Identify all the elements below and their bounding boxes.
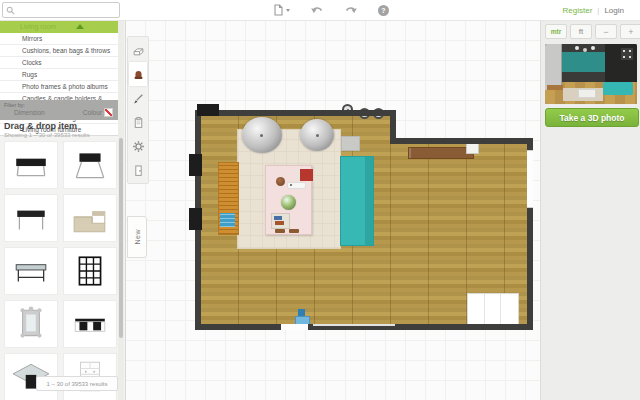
window-left-1[interactable] [189,154,202,176]
editor-tool-strip [127,36,149,184]
wall-top-left[interactable] [195,110,396,116]
new-document-button[interactable] [272,2,290,18]
product-thumb-storage-bench[interactable] [63,300,117,348]
product-grid [2,141,120,400]
gear-icon [132,140,145,153]
no-colour-swatch-icon [104,108,113,117]
preview-bench [547,85,563,90]
search-box[interactable] [2,2,120,18]
globe[interactable] [281,195,296,210]
filter-bar: Filter by: Dimension Colour [0,100,118,120]
door-icon [132,164,145,177]
preview-pendant-light [583,48,587,52]
books-stack[interactable] [271,213,290,229]
unit-imperial-button[interactable]: ft [570,24,592,39]
sideboard[interactable] [408,147,474,159]
undo-icon [310,5,324,15]
bowl[interactable] [276,177,285,186]
product-thumb-coffee-table-black[interactable] [4,141,58,189]
gray-cabinet[interactable] [341,136,360,151]
zoom-in-button[interactable]: + [620,24,640,39]
window-left-2[interactable] [189,208,202,230]
login-link[interactable]: Login [604,6,624,15]
preview-teal-sofa [603,82,633,95]
chevron-down-icon [286,9,290,12]
category-item-rugs[interactable]: Rugs [0,68,118,80]
product-thumb-console-table-black[interactable] [4,194,58,242]
preview-coffee-table [578,89,596,98]
blue-towel[interactable] [220,213,235,227]
stool[interactable] [275,229,285,233]
wall-top-right[interactable] [390,138,533,144]
filter-dimension[interactable]: Dimension [14,109,45,116]
window-right[interactable] [527,150,533,208]
auth-separator: | [597,6,599,15]
sidebar-scrollbar-thumb[interactable] [119,138,123,338]
chevron-up-icon [76,24,84,29]
category-dropdown-label: Living room [20,23,56,30]
product-thumb-glass-coffee-table[interactable] [4,247,58,295]
undo-button[interactable] [310,2,324,18]
furniture-tool-button[interactable] [129,62,147,86]
zoom-out-button[interactable]: − [595,24,617,39]
filter-colour[interactable]: Colour [83,108,113,117]
unit-metric-button[interactable]: mtr [545,24,567,39]
product-thumb-corner-sofa-beige[interactable] [63,194,117,242]
unit-toggle-group: mtr ft − + [545,24,640,39]
filter-colour-label: Colour [83,109,102,116]
drag-drop-heading: Drag & drop item [4,121,77,131]
right-panel: mtr ft − + Take a 3D photo [540,20,640,400]
search-icon [6,6,15,15]
preview-pendant-light [591,46,595,50]
door-bottom[interactable] [281,324,308,330]
pager-label: 1 – 30 of 39533 results [46,381,107,387]
preview-teal-wall [561,52,605,72]
pendant-lamp[interactable] [242,117,282,153]
new-room-tab[interactable]: New [127,216,147,258]
product-sidebar: Living room Mirrors Cushions, bean bags … [0,20,126,400]
white-table[interactable] [467,293,519,325]
redo-button[interactable] [344,2,358,18]
new-room-tab-label: New [134,229,141,245]
register-link[interactable]: Register [563,6,593,15]
door-tool-button[interactable] [129,158,147,182]
sofa-sketch-icon [132,44,145,57]
window-bottom[interactable] [313,324,395,326]
clipboard-icon [132,116,145,129]
redo-icon [344,5,358,15]
teal-sofa[interactable] [340,156,374,246]
tray[interactable] [287,182,306,189]
paint-tool-button[interactable] [129,86,147,110]
review-tool-button[interactable] [129,110,147,134]
window-top-left[interactable] [197,104,219,116]
product-thumb-ornate-mirror[interactable] [4,300,58,348]
category-item-clocks[interactable]: Clocks [0,56,118,68]
floorplan-canvas [125,20,540,400]
category-item-mirrors[interactable]: Mirrors [0,33,118,44]
paintbrush-icon [132,92,145,105]
results-pager[interactable]: 1 – 30 of 39533 results [36,376,118,391]
results-count: Showing 1 – 30 of 39533 results [4,132,90,138]
canvas-toolbar: ? [272,0,389,20]
preview-wardrobe [545,44,562,90]
auth-links: Register | Login [563,0,624,20]
take-3d-photo-button[interactable]: Take a 3D photo [545,108,639,127]
help-button[interactable]: ? [378,2,389,18]
room-sketch-tool-button[interactable] [129,38,147,62]
category-item-cushions[interactable]: Cushions, bean bags & throws [0,44,118,56]
help-icon: ? [378,5,389,16]
preview-pendant-light [575,46,579,50]
category-dropdown-header[interactable]: Living room [0,20,118,33]
category-item-photo-frames[interactable]: Photo frames & photo albums [0,80,118,92]
search-input[interactable] [15,4,115,16]
pendant-lamp[interactable] [300,119,334,151]
product-thumb-side-table-black[interactable] [63,141,117,189]
room-notch-outside [396,116,533,138]
top-bar: ? Register | Login [0,0,640,21]
room-3d-preview[interactable] [545,44,637,104]
armchair-icon [132,68,145,81]
settings-tool-button[interactable] [129,134,147,158]
book-red[interactable] [297,169,313,181]
stool[interactable] [289,229,299,233]
product-thumb-cube-shelf-black[interactable] [63,247,117,295]
